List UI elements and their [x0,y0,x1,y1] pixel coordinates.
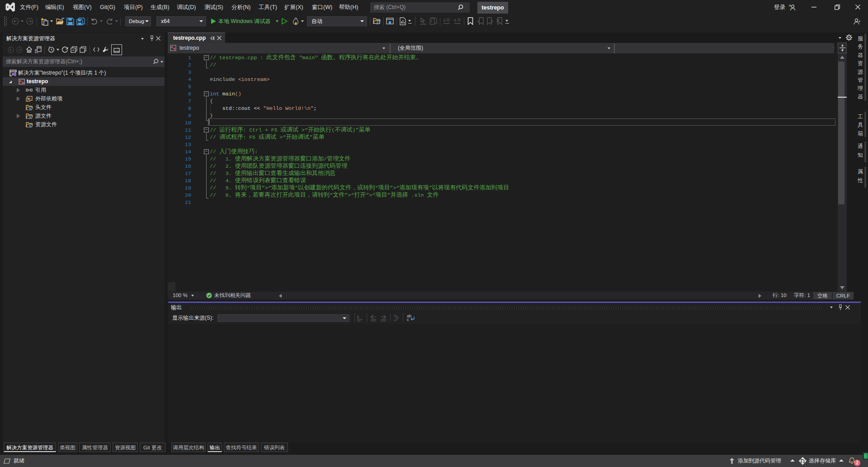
svg-text:c: c [407,317,409,321]
